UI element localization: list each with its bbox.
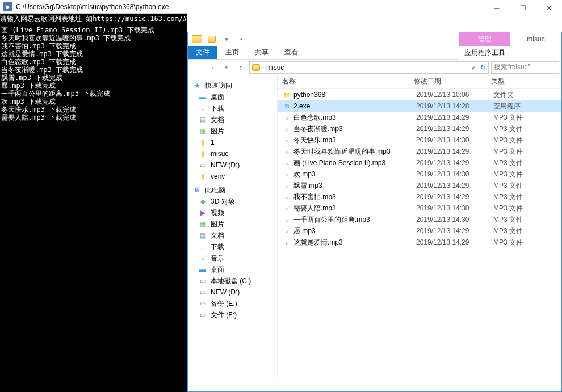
sidebar-item-edrive[interactable]: ▭备份 (E:) bbox=[188, 298, 277, 309]
refresh-icon[interactable]: ↻ bbox=[480, 64, 486, 71]
sidebar-item-misuc[interactable]: ▮misuc bbox=[188, 148, 277, 159]
context-tab-misuc[interactable]: misuc bbox=[510, 32, 561, 60]
file-date: 2019/12/13 14:29 bbox=[416, 182, 493, 189]
table-row[interactable]: ♪飘雪.mp32019/12/13 14:29MP3 文件 bbox=[278, 180, 561, 191]
file-type: 应用程序 bbox=[493, 102, 521, 111]
console-line: 愿.mp3 下载完成 bbox=[1, 82, 187, 90]
file-type: MP3 文件 bbox=[493, 147, 523, 157]
folder-icon[interactable] bbox=[191, 33, 203, 45]
file-name: 冬天时我喜欢靠近温暖的事.mp3 bbox=[293, 147, 416, 157]
sidebar-item-quick-access[interactable]: ★快速访问 bbox=[188, 80, 277, 91]
table-row[interactable]: ♪白色恋歌.mp32019/12/13 14:29MP3 文件 bbox=[278, 112, 561, 123]
sidebar-item-music[interactable]: ♪音乐 bbox=[188, 252, 277, 264]
tab-home[interactable]: 主页 bbox=[217, 46, 247, 59]
table-row[interactable]: ♪需要人陪.mp32019/12/13 14:30MP3 文件 bbox=[278, 203, 561, 214]
sidebar-item-desktop[interactable]: ▬桌面 bbox=[188, 91, 277, 103]
sidebar-item-documents2[interactable]: ▤文档 bbox=[188, 230, 277, 241]
sidebar-item-desktop2[interactable]: ▬桌面 bbox=[188, 264, 277, 275]
desktop-icon: ▬ bbox=[198, 265, 207, 273]
qat-dropdown[interactable]: ▾ bbox=[221, 33, 232, 45]
file-type: MP3 文件 bbox=[493, 215, 523, 225]
file-name: 飘雪.mp3 bbox=[293, 181, 416, 191]
table-row[interactable]: 📁python3682019/12/13 10:06文件夹 bbox=[278, 89, 561, 100]
console-line: 欢.mp3 下载完成 bbox=[1, 98, 187, 106]
column-header-date[interactable]: 修改日期 bbox=[414, 77, 491, 86]
star-icon: ★ bbox=[192, 82, 202, 90]
console-prompt[interactable]: 请输入网易云歌词列表地址 如https://music.163.com/#/pl… bbox=[0, 14, 187, 24]
file-date: 2019/12/13 14:29 bbox=[416, 159, 493, 167]
column-header-name[interactable]: 名称 bbox=[278, 77, 414, 86]
sidebar-item-pictures[interactable]: ▦图片 bbox=[188, 125, 277, 137]
up-button[interactable]: ↑ bbox=[234, 61, 247, 74]
console-line: 冬天时我喜欢靠近温暖的事.mp3 下载完成 bbox=[1, 34, 187, 42]
mp3-icon: ♪ bbox=[282, 124, 291, 133]
table-row[interactable]: ♪愿.mp32019/12/13 14:29MP3 文件 bbox=[278, 225, 561, 237]
file-type: MP3 文件 bbox=[493, 238, 523, 247]
table-row[interactable]: ♪我不害怕.mp32019/12/13 14:29MP3 文件 bbox=[278, 191, 561, 203]
ribbon-toggle[interactable]: ▪ bbox=[236, 33, 247, 45]
sidebar-item-new-d[interactable]: ▭NEW (D:) bbox=[188, 159, 277, 171]
console-line: 飘雪.mp3 下载完成 bbox=[1, 74, 187, 82]
breadcrumb[interactable]: misuc bbox=[266, 64, 284, 71]
forward-button[interactable]: → bbox=[205, 61, 217, 74]
sidebar-item-cdrive[interactable]: ▭本地磁盘 (C:) bbox=[188, 275, 277, 286]
file-name: 这就是爱情.mp3 bbox=[293, 238, 416, 247]
table-row[interactable]: ♪当冬夜渐暖.mp32019/12/13 14:29MP3 文件 bbox=[278, 123, 561, 134]
drive-icon: ▭ bbox=[198, 300, 207, 307]
console-title: C:\Users\Gg\Desktop\misuc\python368\pyth… bbox=[16, 3, 169, 11]
sidebar-item-folder-1[interactable]: ▮1 bbox=[188, 137, 277, 148]
context-tab-manage[interactable]: 管理 应用程序工具 bbox=[459, 32, 510, 60]
sidebar-item-downloads2[interactable]: ↓下载 bbox=[188, 241, 277, 252]
address-bar[interactable]: › misuc ∨ ↻ bbox=[249, 61, 489, 74]
mp3-icon: ♪ bbox=[282, 147, 291, 156]
console-line: 冬天快乐.mp3 下载完成 bbox=[1, 106, 187, 113]
file-date: 2019/12/13 14:29 bbox=[416, 227, 493, 235]
console-titlebar[interactable]: ▶ C:\Users\Gg\Desktop\misuc\python368\py… bbox=[0, 0, 187, 14]
file-type: MP3 文件 bbox=[493, 170, 523, 179]
close-button[interactable]: ✕ bbox=[536, 0, 562, 16]
file-date: 2019/12/13 14:29 bbox=[416, 238, 493, 246]
maximize-button[interactable]: ☐ bbox=[510, 0, 536, 16]
table-row[interactable]: ♪这就是爱情.mp32019/12/13 14:29MP3 文件 bbox=[278, 237, 561, 248]
sidebar-item-pictures2[interactable]: ▦图片 bbox=[188, 218, 277, 230]
tab-file[interactable]: 文件 bbox=[188, 46, 217, 59]
console-line: 需要人陪.mp3 下载完成 bbox=[1, 113, 187, 121]
sidebar-item-this-pc[interactable]: 🖥此电脑 bbox=[188, 184, 277, 196]
sidebar-item-3d[interactable]: ◆3D 对象 bbox=[188, 196, 277, 207]
console-output: 画 (Live Piano Session II).mp3 下载完成冬天时我喜欢… bbox=[0, 24, 187, 121]
back-button[interactable]: ← bbox=[190, 61, 203, 74]
drive-icon: ▭ bbox=[198, 311, 207, 319]
properties-button[interactable] bbox=[206, 33, 217, 45]
sidebar-item-fdrive[interactable]: ▭文件 (F:) bbox=[188, 309, 277, 321]
document-icon: ▤ bbox=[198, 231, 207, 239]
sidebar-item-ddrive[interactable]: ▭NEW (D:) bbox=[188, 286, 277, 298]
sidebar-item-venv[interactable]: ▮venv bbox=[188, 171, 277, 182]
sidebar-item-documents[interactable]: ▤文档 bbox=[188, 114, 277, 125]
table-row[interactable]: ♪冬天快乐.mp32019/12/13 14:30MP3 文件 bbox=[278, 134, 561, 146]
addr-dropdown-icon[interactable]: ∨ bbox=[471, 64, 476, 71]
recent-dropdown[interactable]: ▾ bbox=[220, 61, 232, 74]
mp3-icon: ♪ bbox=[282, 238, 291, 247]
table-row[interactable]: ♪一千两百公里的距离.mp32019/12/13 14:30MP3 文件 bbox=[278, 214, 561, 225]
table-row[interactable]: ♪画 (Live Piano Session II).mp32019/12/13… bbox=[278, 157, 561, 168]
navigation-pane: ★快速访问 ▬桌面 ↓下载 ▤文档 ▦图片 ▮1 ▮misuc ▭NEW (D:… bbox=[188, 75, 278, 378]
minimize-button[interactable]: ─ bbox=[484, 0, 510, 16]
tab-share[interactable]: 共享 bbox=[247, 46, 276, 59]
table-row[interactable]: ♪欢.mp32019/12/13 14:30MP3 文件 bbox=[278, 168, 561, 180]
sidebar-item-downloads[interactable]: ↓下载 bbox=[188, 103, 277, 114]
file-name: 我不害怕.mp3 bbox=[293, 192, 416, 202]
column-header-type[interactable]: 类型 bbox=[491, 77, 561, 86]
console-line: 画 (Live Piano Session II).mp3 下载完成 bbox=[1, 26, 187, 34]
folder-icon: ▮ bbox=[198, 150, 207, 158]
console-window: ▶ C:\Users\Gg\Desktop\misuc\python368\py… bbox=[0, 0, 187, 392]
drive-icon: ▭ bbox=[198, 277, 207, 285]
table-row[interactable]: ⧉2.exe2019/12/13 14:28应用程序 bbox=[278, 100, 561, 112]
tab-view[interactable]: 查看 bbox=[276, 46, 306, 59]
mp3-icon: ♪ bbox=[282, 181, 291, 190]
file-name: 欢.mp3 bbox=[293, 170, 416, 179]
search-input[interactable]: 搜索"misuc" bbox=[491, 61, 559, 74]
mp3-icon: ♪ bbox=[282, 204, 291, 213]
table-row[interactable]: ♪冬天时我喜欢靠近温暖的事.mp32019/12/13 14:29MP3 文件 bbox=[278, 146, 561, 157]
sidebar-item-videos[interactable]: ▶视频 bbox=[188, 207, 277, 218]
file-type: MP3 文件 bbox=[493, 192, 523, 202]
